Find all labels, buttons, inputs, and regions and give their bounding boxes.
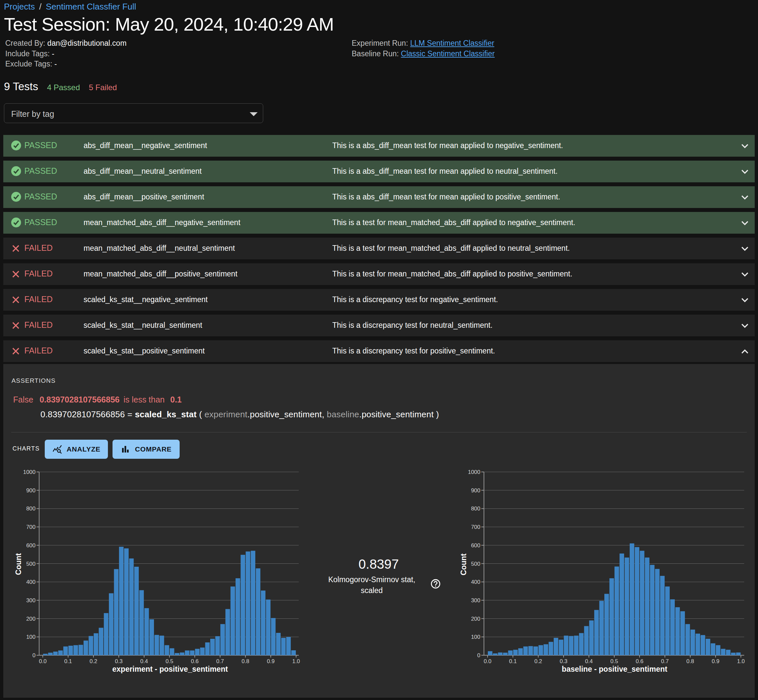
svg-text:0.6: 0.6 [636, 658, 644, 664]
svg-text:600: 600 [27, 542, 36, 548]
svg-text:0.8: 0.8 [242, 658, 250, 664]
svg-text:0.3: 0.3 [560, 658, 568, 664]
svg-text:900: 900 [27, 488, 36, 494]
svg-text:200: 200 [471, 616, 480, 622]
svg-text:400: 400 [471, 579, 480, 585]
svg-text:800: 800 [471, 506, 480, 512]
svg-text:0.1: 0.1 [509, 658, 517, 664]
svg-text:1.0: 1.0 [292, 658, 300, 664]
svg-text:0: 0 [477, 652, 480, 659]
svg-text:0.4: 0.4 [585, 658, 593, 664]
svg-text:0.9: 0.9 [267, 658, 275, 664]
svg-text:0.2: 0.2 [89, 658, 97, 664]
svg-text:0.8: 0.8 [686, 658, 694, 664]
svg-text:400: 400 [27, 579, 36, 585]
svg-text:900: 900 [471, 488, 480, 494]
svg-text:800: 800 [27, 506, 36, 512]
svg-text:0.0: 0.0 [39, 658, 47, 664]
svg-text:500: 500 [27, 561, 36, 567]
svg-text:0.2: 0.2 [534, 658, 542, 664]
svg-text:0.3: 0.3 [115, 658, 123, 664]
svg-text:300: 300 [27, 597, 36, 603]
svg-text:0: 0 [33, 652, 36, 659]
svg-text:0.9: 0.9 [711, 658, 719, 664]
svg-text:1000: 1000 [23, 469, 36, 475]
svg-text:0.4: 0.4 [140, 658, 148, 664]
svg-text:100: 100 [471, 634, 480, 640]
svg-text:200: 200 [27, 616, 36, 622]
svg-text:Count: Count [14, 553, 23, 575]
svg-text:0.7: 0.7 [661, 658, 669, 664]
svg-text:baseline - positive_sentiment: baseline - positive_sentiment [562, 665, 668, 673]
svg-text:0.5: 0.5 [165, 658, 173, 664]
svg-text:700: 700 [27, 524, 36, 530]
svg-text:100: 100 [27, 634, 36, 640]
svg-text:1000: 1000 [468, 469, 480, 475]
svg-text:600: 600 [471, 542, 480, 548]
svg-text:experiment - positive_sentimen: experiment - positive_sentiment [112, 665, 228, 673]
svg-text:0.0: 0.0 [483, 658, 491, 664]
svg-text:0.1: 0.1 [64, 658, 72, 664]
svg-text:500: 500 [471, 561, 480, 567]
svg-text:700: 700 [471, 524, 480, 530]
svg-text:0.7: 0.7 [216, 658, 224, 664]
svg-text:0.6: 0.6 [191, 658, 199, 664]
svg-text:300: 300 [471, 597, 480, 603]
svg-text:Count: Count [459, 553, 468, 575]
svg-text:1.0: 1.0 [737, 658, 745, 664]
svg-text:0.5: 0.5 [610, 658, 618, 664]
